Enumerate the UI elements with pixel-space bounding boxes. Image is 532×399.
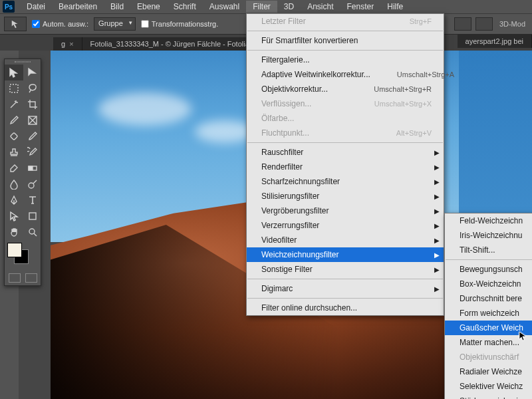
submenu-radial-blur[interactable]: Radialer Weichze xyxy=(445,364,532,379)
submenu-iris-blur[interactable]: Iris-Weichzeichnu xyxy=(445,228,532,243)
close-icon[interactable]: × xyxy=(69,40,73,48)
menu-bearbeiten[interactable]: Bearbeiten xyxy=(52,1,104,13)
menu-blur[interactable]: Weichzeichnungsfilter▶ xyxy=(247,247,444,262)
submenu-arrow-icon: ▶ xyxy=(434,178,440,186)
eyedropper-tool[interactable] xyxy=(5,112,23,128)
menu-hilfe[interactable]: Hilfe xyxy=(380,1,410,13)
svg-rect-4 xyxy=(10,132,17,140)
blur-tool[interactable] xyxy=(5,176,23,192)
menu-digimarc[interactable]: Digimarc▶ xyxy=(247,281,444,296)
menu-wide-angle[interactable]: Adaptive Weitwinkelkorrektur...Umschalt+… xyxy=(247,67,444,82)
crop-tool[interactable] xyxy=(23,96,42,112)
submenu-average[interactable]: Durchschnitt bere xyxy=(445,291,532,306)
transform-controls-label: Transformationsstrg. xyxy=(152,20,218,28)
svg-rect-9 xyxy=(29,213,36,219)
submenu-tilt-shift[interactable]: Tilt-Shift... xyxy=(445,243,532,257)
submenu-arrow-icon: ▶ xyxy=(434,149,440,156)
auto-select-checkbox[interactable]: Autom. ausw.: xyxy=(32,20,88,28)
menu-vanishing-point[interactable]: Fluchtpunkt...Alt+Strg+V xyxy=(247,126,444,140)
blur-submenu: Feld-Weichzeichn Iris-Weichzeichnu Tilt-… xyxy=(444,213,532,399)
menu-ebene[interactable]: Ebene xyxy=(130,1,167,13)
quick-mask-toggle[interactable] xyxy=(9,273,21,283)
dodge-tool[interactable] xyxy=(23,176,42,192)
panel-grip[interactable] xyxy=(5,59,41,65)
move-tool[interactable] xyxy=(5,65,23,80)
menu-liquify[interactable]: Verflüssigen...Umschalt+Strg+X xyxy=(247,96,444,111)
type-tool[interactable] xyxy=(23,192,42,208)
submenu-arrow-icon: ▶ xyxy=(434,237,440,244)
submenu-surface-blur[interactable]: Stärker weichzei xyxy=(445,394,532,399)
tools-panel xyxy=(4,59,41,286)
foreground-color[interactable] xyxy=(7,243,22,257)
lasso-tool[interactable] xyxy=(23,80,42,96)
menu-video[interactable]: Videofilter▶ xyxy=(247,233,444,247)
shape-tool[interactable] xyxy=(23,208,42,224)
zoom-tool[interactable] xyxy=(23,224,42,240)
submenu-box-blur[interactable]: Box-Weichzeichn xyxy=(445,277,532,291)
submenu-shape-blur[interactable]: Form weichzeich xyxy=(445,306,532,321)
menu-filter[interactable]: Filter xyxy=(246,1,277,13)
transform-controls-input[interactable] xyxy=(141,20,149,28)
menu-auswahl[interactable]: Auswahl xyxy=(203,1,246,13)
auto-select-input[interactable] xyxy=(32,20,40,28)
menu-stylize[interactable]: Stilisierungsfilter▶ xyxy=(247,189,444,203)
menu-other[interactable]: Sonstige Filter▶ xyxy=(247,262,444,277)
submenu-arrow-icon: ▶ xyxy=(434,193,440,200)
color-swatches[interactable] xyxy=(7,243,38,268)
gradient-tool[interactable] xyxy=(23,160,42,176)
marquee-tool[interactable] xyxy=(5,80,23,96)
submenu-arrow-icon: ▶ xyxy=(434,266,440,273)
menu-bar: Ps Datei Bearbeiten Bild Ebene Schrift A… xyxy=(0,0,532,13)
menu-datei[interactable]: Datei xyxy=(20,1,52,13)
history-brush-tool[interactable] xyxy=(23,144,42,160)
menu-pixelate[interactable]: Vergröberungsfilter▶ xyxy=(247,203,444,218)
submenu-field-blur[interactable]: Feld-Weichzeichn xyxy=(445,213,532,228)
app-logo: Ps xyxy=(3,1,15,13)
menu-last-filter[interactable]: Letzter FilterStrg+F xyxy=(247,14,444,29)
svg-point-7 xyxy=(29,183,34,188)
document-tab-2[interactable]: Fotolia_31333343_M - © Jürgen Fälchle - … xyxy=(82,37,255,51)
workspace-mode-label[interactable]: 3D-Mod xyxy=(497,20,528,28)
frame-tool[interactable] xyxy=(23,112,42,128)
menu-filter-gallery[interactable]: Filtergalerie... xyxy=(247,53,444,67)
menu-bild[interactable]: Bild xyxy=(104,1,130,13)
heal-tool[interactable] xyxy=(5,128,23,144)
menu-smart-filter[interactable]: Für Smartfilter konvertieren xyxy=(247,33,444,48)
transform-controls-checkbox[interactable]: Transformationsstrg. xyxy=(141,20,218,28)
tool-preset-picker[interactable] xyxy=(4,17,27,31)
menu-fenster[interactable]: Fenster xyxy=(340,1,381,13)
wand-tool[interactable] xyxy=(5,96,23,112)
document-tab-3[interactable]: ayerspart2.jpg bei xyxy=(458,35,532,48)
submenu-selective-blur[interactable]: Selektiver Weichz xyxy=(445,379,532,394)
menu-browse-online[interactable]: Filter online durchsuchen... xyxy=(247,301,444,315)
submenu-gaussian-blur[interactable]: Gaußscher Weich xyxy=(445,321,532,335)
menu-3d[interactable]: 3D xyxy=(277,1,301,13)
menu-ansicht[interactable]: Ansicht xyxy=(301,1,340,13)
pen-tool[interactable] xyxy=(5,192,23,208)
menu-sharpen[interactable]: Scharfzeichnungsfilter▶ xyxy=(247,174,444,189)
artboard-tool[interactable] xyxy=(23,65,42,80)
svg-point-10 xyxy=(29,229,35,234)
menu-render[interactable]: Renderfilter▶ xyxy=(247,160,444,174)
submenu-smart-blur[interactable]: Matter machen... xyxy=(445,335,532,350)
menu-schrift[interactable]: Schrift xyxy=(167,1,203,13)
screen-mode-toggle[interactable] xyxy=(25,273,37,283)
document-tab-1[interactable]: g× xyxy=(53,37,82,51)
submenu-motion-blur[interactable]: Bewegungsunsch xyxy=(445,262,532,277)
menu-oil-paint[interactable]: Ölfarbe... xyxy=(247,111,444,126)
brush-tool[interactable] xyxy=(23,128,42,144)
auto-select-mode-dropdown[interactable]: Gruppe xyxy=(94,17,136,31)
doc-arrange-button[interactable] xyxy=(454,17,471,31)
svg-rect-6 xyxy=(29,166,33,170)
menu-noise[interactable]: Rauschfilter▶ xyxy=(247,145,444,160)
menu-lens-correction[interactable]: Objektivkorrektur...Umschalt+Strg+R xyxy=(247,82,444,96)
svg-rect-0 xyxy=(10,84,18,92)
eraser-tool[interactable] xyxy=(5,160,23,176)
submenu-lens-blur[interactable]: Objektivunschärf xyxy=(445,350,532,364)
auto-select-label: Autom. ausw.: xyxy=(43,20,88,28)
screen-mode-button[interactable] xyxy=(475,17,493,31)
menu-distort[interactable]: Verzerrungsfilter▶ xyxy=(247,218,444,233)
path-select-tool[interactable] xyxy=(5,208,23,224)
stamp-tool[interactable] xyxy=(5,144,23,160)
hand-tool[interactable] xyxy=(5,224,23,240)
